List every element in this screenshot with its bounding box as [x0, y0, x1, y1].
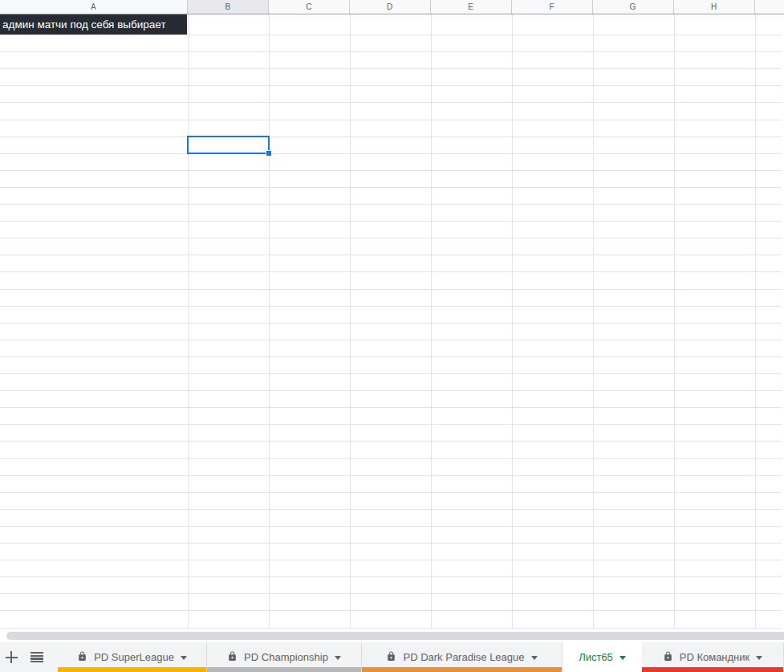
sheet-tabs: PD SuperLeaguePD ChampionshipPD Dark Par…: [58, 642, 784, 672]
column-header-d[interactable]: D: [350, 0, 431, 14]
tab-color-bar: [58, 667, 206, 672]
column-header-b[interactable]: B: [188, 0, 270, 14]
sheet-tab-label: PD Championship: [244, 651, 328, 663]
gridline-h: [0, 543, 782, 544]
sheet-tab-5[interactable]: PD Командник: [642, 642, 784, 672]
gridline-h: [0, 593, 782, 594]
gridline-h: [0, 68, 782, 69]
gridline-h: [0, 610, 782, 611]
gridline-h: [0, 153, 782, 154]
add-sheet-button[interactable]: [0, 642, 22, 672]
gridline-h: [0, 407, 782, 408]
column-header-h[interactable]: H: [674, 0, 755, 14]
sheet-tab-1[interactable]: PD SuperLeague: [58, 642, 207, 672]
lock-icon: [386, 650, 396, 665]
column-header-c[interactable]: C: [269, 0, 350, 14]
column-header-f[interactable]: F: [512, 0, 593, 14]
chevron-down-icon[interactable]: [619, 656, 626, 660]
gridline-h: [0, 170, 782, 171]
sheet-tab-4[interactable]: Лист65: [563, 642, 642, 672]
sheet-tab-3[interactable]: PD Dark Paradise League: [362, 642, 563, 672]
column-header-g[interactable]: G: [593, 0, 674, 14]
lock-icon: [77, 650, 87, 665]
gridline-h: [0, 526, 782, 527]
gridline-h: [0, 204, 782, 205]
gridline-v: [512, 14, 513, 629]
sheet-tab-label: PD Dark Paradise League: [403, 651, 524, 663]
gridline-h: [0, 120, 782, 120]
gridline-h: [0, 628, 782, 629]
column-header-row: ABCDEFGH: [0, 0, 784, 14]
gridline-v: [431, 14, 432, 629]
gridline-h: [0, 187, 782, 188]
gridline-h: [0, 560, 782, 560]
column-header-e[interactable]: E: [431, 0, 512, 14]
gridline-h: [0, 323, 782, 324]
gridline-h: [0, 509, 782, 510]
gridline-h: [0, 221, 782, 222]
tab-color-bar: [207, 667, 361, 672]
gridline-v: [755, 14, 756, 629]
gridline-h: [0, 373, 782, 374]
horizontal-scrollbar[interactable]: [6, 632, 784, 640]
gridline-v: [593, 14, 594, 629]
gridline-h: [0, 356, 782, 357]
sheet-tab-label: PD SuperLeague: [94, 651, 174, 663]
selected-cell[interactable]: [187, 136, 270, 154]
gridline-v: [674, 14, 675, 629]
chevron-down-icon[interactable]: [531, 656, 538, 660]
gridline-h: [0, 458, 782, 459]
gridline-h: [0, 35, 782, 35]
gridline-h: [0, 424, 782, 425]
sheet-tab-label: PD Командник: [680, 651, 750, 663]
gridline-h: [0, 390, 782, 391]
chevron-down-icon[interactable]: [335, 656, 341, 660]
lock-icon: [227, 650, 238, 665]
sheet-list-icon: [30, 652, 43, 662]
gridline-h: [0, 271, 782, 272]
gridline-h: [0, 238, 782, 238]
gridline-h: [0, 306, 782, 307]
sheet-tab-2[interactable]: PD Championship: [207, 642, 362, 672]
gridline-h: [0, 102, 782, 103]
sheet-grid[interactable]: админ матчи под себя выбирает: [0, 14, 784, 629]
chevron-down-icon[interactable]: [756, 656, 762, 660]
fill-handle[interactable]: [266, 150, 272, 157]
column-header-partial: [755, 0, 784, 14]
gridline-h: [0, 85, 782, 86]
all-sheets-button[interactable]: [26, 642, 48, 672]
sheet-tab-label: Лист65: [579, 651, 613, 663]
gridline-v: [188, 14, 189, 629]
gridline-h: [0, 576, 782, 577]
gridline-h: [0, 340, 782, 340]
gridline-v: [350, 14, 351, 629]
gridline-h: [0, 492, 782, 493]
tab-color-bar: [642, 667, 783, 672]
gridline-h: [0, 255, 782, 255]
chevron-down-icon[interactable]: [181, 656, 187, 660]
plus-icon: [6, 651, 18, 663]
gridline-v: [269, 14, 270, 629]
sheet-tab-bar: PD SuperLeaguePD ChampionshipPD Dark Par…: [0, 642, 784, 672]
spreadsheet-screen: ABCDEFGH админ матчи под себя выбирает P…: [0, 0, 784, 672]
gridline-h: [0, 136, 782, 137]
column-header-a[interactable]: A: [0, 0, 188, 14]
gridline-h: [0, 475, 782, 476]
tab-color-bar: [362, 667, 562, 672]
lock-icon: [663, 650, 673, 665]
gridline-h: [0, 51, 782, 52]
gridline-h: [0, 289, 782, 290]
cell-a1[interactable]: админ матчи под себя выбирает: [0, 14, 187, 35]
gridline-h: [0, 441, 782, 442]
